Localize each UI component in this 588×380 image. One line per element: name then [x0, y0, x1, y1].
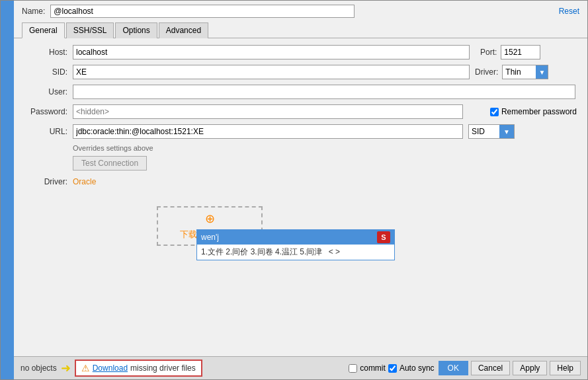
url-type-text: SID: [469, 126, 499, 137]
autocomplete-suggestions: 1.文件 2.间价 3.间卷 4.温江 5.间津: [201, 247, 322, 256]
overrides-text: Overrides settings above: [73, 144, 577, 152]
warning-icon: ⚠: [81, 363, 90, 373]
arrow-indicator: ➜: [61, 361, 71, 375]
reset-link[interactable]: Reset: [559, 7, 579, 16]
user-input[interactable]: [73, 85, 575, 99]
download-box: ⚠ Download missing driver files: [75, 360, 202, 377]
driver-group: Driver: Thin ▼: [475, 65, 548, 79]
driver-display-label: Driver:: [24, 177, 67, 186]
url-input[interactable]: [73, 124, 463, 139]
tab-options[interactable]: Options: [115, 22, 157, 38]
url-label: URL:: [24, 127, 67, 136]
auto-sync-label: Auto sync: [399, 363, 435, 373]
bottom-area: ⊕ 下载响应的驱动 wen'j S 1.文件 2.间价 3.间卷 4.温江 5.…: [24, 193, 577, 272]
footer-buttons: OK Cancel Apply Help: [439, 361, 581, 375]
sid-row: SID: Driver: Thin ▼: [24, 65, 577, 79]
move-icon: ⊕: [205, 211, 215, 226]
commit-checkbox[interactable]: [349, 364, 357, 373]
driver-display-row: Driver: Oracle: [24, 177, 577, 186]
help-button[interactable]: Help: [550, 361, 581, 375]
url-type-select[interactable]: SID ▼: [468, 124, 515, 139]
autocomplete-query: wen'j: [201, 233, 219, 242]
download-text: missing driver files: [130, 363, 196, 373]
commit-label: commit: [360, 363, 386, 373]
remember-label: Remember password: [501, 107, 577, 116]
ok-button[interactable]: OK: [439, 361, 468, 375]
no-objects-label: no objects: [21, 363, 57, 373]
password-row: Password: Remember password: [24, 104, 577, 119]
sid-input[interactable]: [73, 65, 470, 79]
autocomplete-popup: wen'j S 1.文件 2.间价 3.间卷 4.温江 5.间津 < >: [196, 229, 395, 260]
driver-oracle-link[interactable]: Oracle: [73, 177, 96, 186]
driver-select-text: Thin: [503, 66, 536, 78]
content-area: Host: Port: SID: Driver: Thin ▼: [14, 38, 587, 356]
remember-group: Remember password: [490, 107, 577, 116]
commit-group: commit Auto sync: [349, 363, 434, 373]
name-row: Name: Reset: [14, 1, 587, 22]
driver-select[interactable]: Thin ▼: [502, 65, 548, 79]
port-label: Port:: [480, 48, 497, 57]
url-row: URL: SID ▼: [24, 124, 577, 139]
driver-dropdown-arrow[interactable]: ▼: [536, 65, 548, 79]
tabs-bar: General SSH/SSL Options Advanced: [14, 22, 587, 38]
apply-button[interactable]: Apply: [513, 361, 547, 375]
footer-bar: no objects ➜ ⚠ Download missing driver f…: [14, 356, 587, 379]
sid-label: SID:: [24, 67, 67, 77]
user-label: User:: [24, 87, 67, 96]
host-input[interactable]: [73, 45, 470, 59]
auto-sync-checkbox[interactable]: [388, 364, 397, 373]
url-type-arrow[interactable]: ▼: [499, 125, 514, 138]
host-row: Host: Port:: [24, 45, 577, 59]
autocomplete-items[interactable]: 1.文件 2.间价 3.间卷 4.温江 5.间津 < >: [197, 245, 394, 260]
tab-general[interactable]: General: [22, 22, 65, 38]
download-link[interactable]: Download: [93, 363, 128, 373]
remember-checkbox[interactable]: [490, 108, 499, 116]
password-label: Password:: [24, 107, 67, 116]
tab-advanced[interactable]: Advanced: [159, 22, 208, 38]
port-group: Port:: [480, 45, 540, 59]
user-row: User:: [24, 85, 577, 99]
cancel-button[interactable]: Cancel: [471, 361, 510, 375]
driver-label: Driver:: [475, 67, 498, 77]
password-input[interactable]: [73, 104, 463, 119]
autocomplete-nav[interactable]: < >: [329, 247, 340, 256]
port-input[interactable]: [501, 45, 540, 59]
name-label: Name:: [22, 7, 45, 16]
left-sidebar: [1, 1, 14, 379]
autocomplete-header: wen'j S: [197, 230, 394, 245]
name-input[interactable]: [50, 5, 355, 18]
test-connection-button[interactable]: Test Connection: [73, 156, 147, 171]
autocomplete-logo: S: [377, 231, 390, 243]
main-dialog: Name: Reset General SSH/SSL Options Adva…: [0, 0, 588, 380]
tab-sshssl[interactable]: SSH/SSL: [66, 22, 114, 38]
host-label: Host:: [24, 48, 67, 57]
